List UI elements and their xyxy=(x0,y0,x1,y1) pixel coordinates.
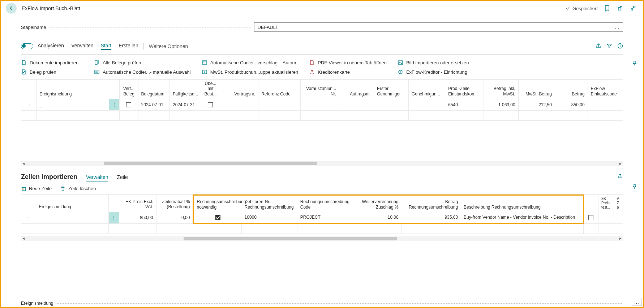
checkbox[interactable] xyxy=(588,215,593,220)
section-title: Zeilen importieren xyxy=(21,173,77,181)
col-vert-beleg[interactable]: Vert... Beleg xyxy=(120,80,138,99)
row-arrow-icon[interactable]: → xyxy=(21,212,36,223)
stapel-input[interactable]: DEFAULT … xyxy=(254,22,623,32)
more-options[interactable]: Weitere Optionen xyxy=(149,43,188,49)
col-uebe[interactable]: Übe... mit Best... xyxy=(201,80,220,99)
checkbox[interactable] xyxy=(126,102,131,107)
col-betrag-inkl[interactable]: Betrag inkl. MwSt. xyxy=(484,80,518,99)
action-alle-belege[interactable]: Alle Belege prüfen… xyxy=(94,60,191,65)
col-rech-code[interactable]: Rechnungsumschreibung Code xyxy=(297,195,353,212)
action-pdf[interactable]: PDF-Viewer in neuem Tab öffnen xyxy=(309,60,387,65)
action-zeile-loeschen[interactable]: Zeile löschen xyxy=(60,186,96,191)
col-voraus[interactable]: Vorauszahlun... Nr. xyxy=(301,80,339,99)
col-beschreibung[interactable]: Beschreibung Rechnungsumschreibung xyxy=(461,195,583,212)
col-ereignis[interactable]: Ereignismeldung xyxy=(37,80,109,99)
action-neue-zeile[interactable]: Neue Zeile xyxy=(21,186,52,191)
col-az[interactable]: A Z p xyxy=(614,195,623,212)
overflow-menu[interactable]: … xyxy=(632,298,642,306)
col-erster[interactable]: Erster Genehmiger xyxy=(374,80,408,99)
tab-start[interactable]: Start xyxy=(101,43,112,50)
lookup-icon[interactable]: … xyxy=(615,25,620,30)
svg-point-4 xyxy=(204,71,205,73)
col-ek-preis[interactable]: EK-Preis Excl. VAT xyxy=(119,195,156,212)
action-kreditorenkarte[interactable]: Kreditorenkarte xyxy=(309,69,387,75)
row-menu-icon[interactable]: ⋮ xyxy=(109,212,119,223)
col-ek-preis2[interactable]: EK-Preis test... xyxy=(598,195,614,212)
action-exflow-kreditor[interactable]: ExFlow-Kreditor - Einrichtung xyxy=(398,69,469,75)
col-vertragsnr[interactable]: Vertragsnr. xyxy=(220,80,258,99)
share-icon[interactable] xyxy=(617,173,623,180)
horizontal-scrollbar[interactable]: ◄ ► xyxy=(21,236,623,241)
save-status: Gespeichert xyxy=(565,6,598,11)
col-genehmigun[interactable]: Genehmigun... xyxy=(408,80,445,99)
col-mwst-betrag[interactable]: MwSt.-Betrag xyxy=(518,80,555,99)
subtab-verwalten[interactable]: Verwalten xyxy=(86,174,108,181)
popout-icon[interactable] xyxy=(617,5,624,12)
back-button[interactable] xyxy=(6,3,17,14)
tab-analysieren[interactable]: Analysieren xyxy=(38,43,64,50)
info-icon[interactable] xyxy=(617,43,623,50)
status-label: Ereignismeldung xyxy=(21,301,53,306)
row-arrow-icon[interactable]: → xyxy=(21,99,37,111)
col-weiter[interactable]: Weiterverrechnung Zuschlag % xyxy=(353,195,402,212)
col-zeilenrabatt[interactable]: Zeilenrabatt % (Bestellung) xyxy=(156,195,193,212)
pin-icon[interactable] xyxy=(632,184,637,191)
col-exflow[interactable]: ExFlow Einkaufscode xyxy=(588,80,623,99)
svg-point-5 xyxy=(311,70,313,72)
table-row[interactable]: → _ ⋮ 2024-07-01 2024-07-31 6540 1 063,0… xyxy=(21,99,623,111)
action-bild[interactable]: Bild importieren oder ersetzen xyxy=(398,60,469,65)
table-row[interactable]: → _ ⋮ 850,00 0,00 10000 PROJECT 10,00 93… xyxy=(21,212,623,223)
share-icon[interactable] xyxy=(596,43,601,50)
horizontal-scrollbar[interactable]: ◄ ► xyxy=(21,161,623,166)
pin-icon[interactable] xyxy=(632,60,637,67)
action-auto-vorschlag[interactable]: Automatische Codier...vorschlag – Autom. xyxy=(202,60,299,65)
svg-rect-3 xyxy=(202,70,207,74)
col-auftrag[interactable]: Auftragsnr. xyxy=(339,80,374,99)
tab-verwalten[interactable]: Verwalten xyxy=(71,43,93,50)
table-row[interactable] xyxy=(21,111,623,121)
col-betrag-rech[interactable]: Betrag Rechnungsumschreibung xyxy=(402,195,461,212)
action-import-docs[interactable]: Dokumente importieren… xyxy=(21,60,83,65)
svg-rect-2 xyxy=(202,61,207,64)
col-referenz[interactable]: Referenz Code xyxy=(258,80,301,99)
tab-erstellen[interactable]: Erstellen xyxy=(119,43,138,50)
svg-rect-1 xyxy=(95,70,99,74)
filter-icon[interactable] xyxy=(606,43,612,50)
bookmark-icon[interactable] xyxy=(604,5,611,12)
stapel-label: Stapelname xyxy=(21,25,46,30)
col-rech-notwendig[interactable]: Rechnungsumschreibung notwendig xyxy=(193,195,242,212)
action-auto-manuell[interactable]: Automatische Codier...- manuelle Auswahl xyxy=(94,69,191,75)
col-prod[interactable]: Prod.-Zeile Einstandskon... xyxy=(445,80,484,99)
col-ereignis2[interactable]: Ereignismeldung xyxy=(36,195,108,212)
col-betrag[interactable]: Betrag xyxy=(555,80,588,99)
action-mwst[interactable]: MwSt. Produktbuchun...uppe aktualisieren xyxy=(202,69,299,75)
row-menu-icon[interactable]: ⋮ xyxy=(109,99,120,111)
col-belegdatum[interactable]: Belegdatum xyxy=(138,80,169,99)
checkbox[interactable] xyxy=(215,215,220,220)
page-title: ExFlow Import Buch.-Blatt xyxy=(22,5,80,11)
col-debitor[interactable]: Debitoren-Nr. Rechnungsumschreibung xyxy=(242,195,297,212)
table-row[interactable] xyxy=(21,223,623,234)
subtab-zeile[interactable]: Zeile xyxy=(117,174,128,180)
collapse-icon[interactable] xyxy=(630,5,637,12)
analyze-toggle[interactable] xyxy=(21,43,33,49)
checkbox[interactable] xyxy=(208,102,213,107)
col-faelligkeit[interactable]: Fälligkeitsd... xyxy=(169,80,201,99)
svg-point-9 xyxy=(400,72,401,73)
action-beleg-pruefen[interactable]: Beleg prüfen xyxy=(21,69,83,75)
